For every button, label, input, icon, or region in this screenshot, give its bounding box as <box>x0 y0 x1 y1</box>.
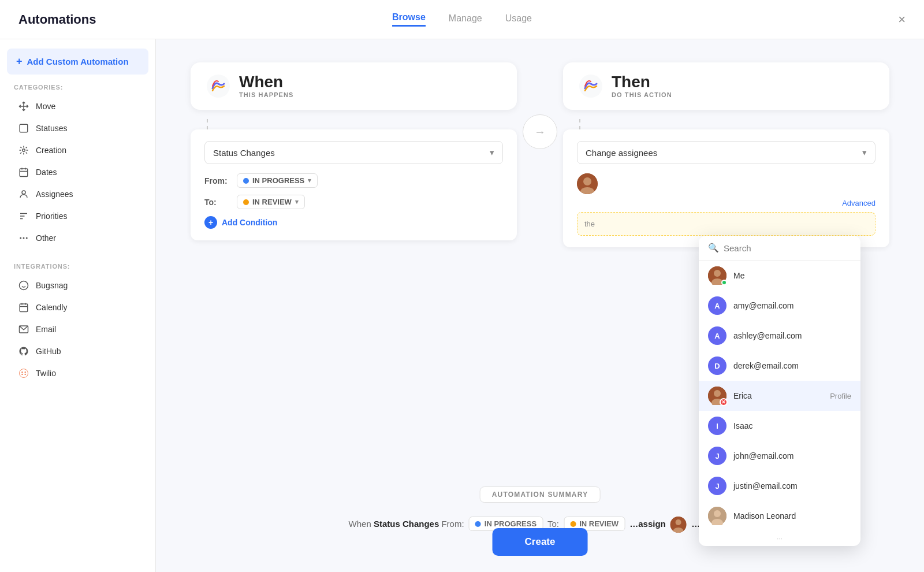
search-input[interactable] <box>724 243 851 253</box>
dropdown-item-justin[interactable]: J justin@email.com <box>699 471 860 501</box>
tab-browse[interactable]: Browse <box>392 12 426 27</box>
assignee-dropdown-panel: 🔍 Me A amy@email.com A ashley@email.com <box>699 236 860 546</box>
dropdown-item-madison[interactable]: Madison Leonard <box>699 501 860 531</box>
then-assignee-row <box>577 173 875 194</box>
item-name: ashley@email.com <box>733 331 851 340</box>
item-name: Isaac <box>733 421 851 430</box>
chevron-down-icon: ▾ <box>308 177 311 184</box>
john-avatar: J <box>708 447 726 465</box>
sidebar-item-label: Priorities <box>36 211 67 221</box>
then-condition-box: Change assignees ▾ Advanced <box>563 129 889 247</box>
sidebar-item-assignees[interactable]: Assignees <box>5 183 151 205</box>
sidebar-item-calendly[interactable]: Calendly <box>5 296 151 318</box>
ashley-avatar: A <box>708 326 726 345</box>
assignee-avatar-img <box>577 173 598 194</box>
summary-when: When <box>349 519 371 529</box>
dropdown-item-me[interactable]: Me <box>699 261 860 291</box>
flow-arrow: → <box>517 114 563 149</box>
advanced-link[interactable]: Advanced <box>577 199 875 207</box>
add-custom-automation-button[interactable]: + Add Custom Automation <box>7 49 148 75</box>
summary-in-progress: IN PROGRESS <box>485 519 536 528</box>
sidebar-item-github[interactable]: GitHub <box>5 340 151 362</box>
plus-icon: + <box>16 55 23 68</box>
chevron-down-icon: ▾ <box>862 147 867 158</box>
creation-icon <box>18 145 29 155</box>
calendly-icon <box>18 302 29 313</box>
when-subtitle: THIS HAPPENS <box>239 91 294 98</box>
svg-rect-0 <box>20 124 28 132</box>
svg-point-19 <box>25 372 26 373</box>
erica-avatar: ✕ <box>708 387 726 405</box>
profile-link[interactable]: Profile <box>830 392 851 400</box>
svg-point-18 <box>21 372 23 373</box>
sidebar-item-other[interactable]: Other <box>5 227 151 249</box>
when-title: When <box>239 74 294 90</box>
sidebar-item-dates[interactable]: Dates <box>5 161 151 183</box>
assignee-avatar <box>577 173 598 194</box>
automation-summary-bar[interactable]: AUTOMATION SUMMARY <box>480 486 601 503</box>
svg-rect-2 <box>20 169 28 177</box>
tab-manage[interactable]: Manage <box>449 13 482 26</box>
tab-usage[interactable]: Usage <box>505 13 532 26</box>
dropdown-item-erica[interactable]: ✕ Erica Profile <box>699 381 860 411</box>
svg-point-28 <box>714 270 721 277</box>
svg-point-1 <box>23 149 25 152</box>
bugsnag-icon <box>18 280 29 291</box>
sidebar-item-bugsnag[interactable]: Bugsnag <box>5 274 151 296</box>
sidebar-item-move[interactable]: Move <box>5 95 151 117</box>
dropdown-item-derek[interactable]: D derek@email.com <box>699 351 860 381</box>
remove-badge: ✕ <box>720 398 728 406</box>
to-row: To: IN REVIEW ▾ <box>204 195 503 209</box>
from-status-badge[interactable]: IN PROGRESS ▾ <box>237 173 318 188</box>
sidebar-item-priorities[interactable]: Priorities <box>5 205 151 227</box>
chevron-down-icon: ▾ <box>295 198 299 206</box>
then-subtitle: DO THIS ACTION <box>612 91 672 98</box>
summary-status-changes: Status Changes <box>374 519 439 529</box>
sidebar-item-label: Assignees <box>36 190 73 199</box>
github-icon <box>18 346 29 356</box>
create-button[interactable]: Create <box>493 528 588 556</box>
chevron-down-icon: ▾ <box>490 147 494 158</box>
svg-point-25 <box>583 177 591 185</box>
from-row: From: IN PROGRESS ▾ <box>204 173 503 188</box>
main-content: When THIS HAPPENS Status Changes ▾ From: <box>156 39 924 572</box>
from-status-dot <box>243 178 249 184</box>
then-header-text: Then DO THIS ACTION <box>612 74 672 98</box>
sidebar-item-statuses[interactable]: Statuses <box>5 117 151 139</box>
trigger-label: Status Changes <box>213 148 275 158</box>
action-label: Change assignees <box>586 148 657 158</box>
svg-point-6 <box>22 191 25 194</box>
dropdown-item-amy[interactable]: A amy@email.com <box>699 291 860 321</box>
dropdown-item-john[interactable]: J john@email.com <box>699 441 860 471</box>
dropdown-item-ashley[interactable]: A ashley@email.com <box>699 321 860 351</box>
dropdown-item-isaac[interactable]: I Isaac <box>699 411 860 441</box>
then-title: Then <box>612 74 672 90</box>
sidebar-item-creation[interactable]: Creation <box>5 139 151 161</box>
trigger-dropdown[interactable]: Status Changes ▾ <box>204 141 503 164</box>
add-condition-button[interactable]: + Add Condition <box>204 216 503 229</box>
svg-point-9 <box>20 237 21 239</box>
to-status-text: IN REVIEW <box>252 198 292 206</box>
amy-avatar: A <box>708 296 726 315</box>
sidebar-item-twilio[interactable]: Twilio <box>5 362 151 384</box>
item-name: Erica <box>733 391 823 400</box>
other-icon <box>18 233 29 243</box>
header-tabs: Browse Manage Usage <box>392 12 532 27</box>
to-status-badge[interactable]: IN REVIEW ▾ <box>237 195 305 209</box>
email-icon <box>18 324 29 335</box>
item-name: Me <box>733 271 851 280</box>
close-button[interactable]: × <box>898 12 906 27</box>
action-dropdown[interactable]: Change assignees ▾ <box>577 141 875 164</box>
dates-icon <box>18 167 29 177</box>
sidebar-item-label: Statuses <box>36 124 67 133</box>
to-status-dot <box>243 199 249 205</box>
svg-point-20 <box>21 374 23 375</box>
sidebar-item-email[interactable]: Email <box>5 318 151 340</box>
from-status-text: IN PROGRESS <box>252 176 304 185</box>
online-indicator <box>721 280 727 285</box>
item-name: Madison Leonard <box>733 511 851 521</box>
then-section: Then DO THIS ACTION Change assignees ▾ <box>563 62 889 247</box>
from-dot <box>475 521 481 527</box>
item-name: john@email.com <box>733 451 851 460</box>
derek-avatar: D <box>708 356 726 375</box>
